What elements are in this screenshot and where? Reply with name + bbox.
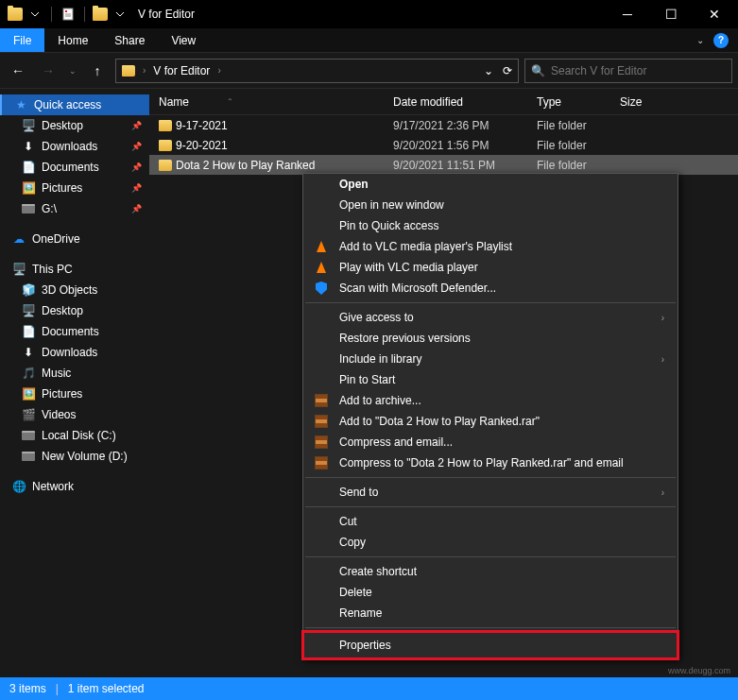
sidebar-item-desktop2[interactable]: 🖥️Desktop (0, 300, 149, 321)
sidebar-label: 3D Objects (42, 283, 97, 297)
maximize-button[interactable]: ☐ (649, 0, 693, 28)
sidebar-item-downloads2[interactable]: ⬇Downloads (0, 342, 149, 363)
file-name: Dota 2 How to Play Ranked (176, 159, 393, 172)
documents-icon: 📄 (21, 160, 36, 175)
column-name[interactable]: Name⌃ (159, 95, 393, 109)
menu-restore-versions[interactable]: Restore previous versions (303, 328, 678, 349)
pin-icon: 📌 (131, 142, 142, 151)
menu-add-archive[interactable]: Add to archive... (303, 390, 678, 411)
sidebar-item-documents2[interactable]: 📄Documents (0, 321, 149, 342)
menu-defender-scan[interactable]: Scan with Microsoft Defender... (303, 278, 678, 299)
sidebar-item-pictures[interactable]: 🖼️Pictures📌 (0, 178, 149, 198)
sidebar-item-onedrive[interactable]: ☁OneDrive (0, 229, 149, 249)
desktop-icon: 🖥️ (21, 303, 36, 318)
cloud-icon: ☁ (11, 231, 26, 247)
column-size[interactable]: Size (620, 95, 677, 109)
back-button[interactable]: ← (6, 59, 30, 83)
chevron-right-icon[interactable]: › (143, 65, 146, 76)
up-button[interactable]: ↑ (85, 59, 110, 83)
qat-dropdown[interactable] (26, 6, 43, 23)
refresh-icon[interactable]: ⟳ (503, 64, 512, 77)
file-row[interactable]: Dota 2 How to Play Ranked 9/20/2021 11:5… (149, 155, 738, 175)
status-item-count: 3 items (9, 682, 46, 695)
sidebar-item-documents[interactable]: 📄Documents📌 (0, 157, 149, 178)
file-row[interactable]: 9-17-2021 9/17/2021 2:36 PM File folder (149, 115, 738, 135)
column-date[interactable]: Date modified (393, 95, 537, 109)
chevron-right-icon[interactable]: › (217, 65, 220, 76)
sidebar-item-localdisk[interactable]: Local Disk (C:) (0, 425, 149, 446)
menu-delete[interactable]: Delete (303, 582, 678, 603)
context-menu: Open Open in new window Pin to Quick acc… (302, 173, 678, 659)
tab-home[interactable]: Home (44, 28, 101, 52)
qat-dropdown[interactable] (112, 6, 129, 23)
menu-pin-start[interactable]: Pin to Start (303, 369, 678, 390)
menu-send-to[interactable]: Send to› (303, 482, 678, 503)
rar-icon (313, 456, 330, 470)
vlc-icon (313, 262, 330, 273)
properties-qat-icon[interactable] (60, 6, 77, 23)
menu-vlc-play[interactable]: Play with VLC media player (303, 257, 678, 278)
window-controls: ─ ☐ ✕ (606, 0, 736, 28)
chevron-right-icon: › (661, 354, 664, 365)
menu-vlc-playlist[interactable]: Add to VLC media player's Playlist (303, 236, 678, 257)
menu-include-library[interactable]: Include in library› (303, 349, 678, 369)
sidebar-item-newvolume[interactable]: New Volume (D:) (0, 446, 149, 467)
chevron-right-icon: › (661, 487, 664, 498)
pin-icon: 📌 (131, 204, 142, 213)
address-dropdown-icon[interactable]: ⌄ (484, 64, 493, 77)
menu-open-new-window[interactable]: Open in new window (303, 195, 678, 215)
sidebar: ★Quick access 🖥️Desktop📌 ⬇Downloads📌 📄Do… (0, 89, 149, 677)
menu-pin-quick-access[interactable]: Pin to Quick access (303, 215, 678, 236)
menu-compress-email[interactable]: Compress and email... (303, 432, 678, 452)
menu-give-access[interactable]: Give access to› (303, 307, 678, 328)
menu-properties[interactable]: Properties (303, 632, 678, 658)
ribbon-chevron-icon[interactable]: ⌄ (696, 35, 704, 45)
sidebar-item-gdrive[interactable]: G:\📌 (0, 198, 149, 219)
breadcrumb-item[interactable]: V for Editor (153, 64, 210, 77)
separator: | (56, 682, 59, 695)
tab-view[interactable]: View (158, 28, 209, 52)
tab-file[interactable]: File (0, 28, 44, 52)
sidebar-item-downloads[interactable]: ⬇Downloads📌 (0, 136, 149, 157)
menu-open[interactable]: Open (303, 174, 678, 195)
sidebar-item-3dobjects[interactable]: 🧊3D Objects (0, 280, 149, 300)
sidebar-label: Downloads (42, 346, 97, 359)
shield-icon (313, 282, 330, 295)
menu-create-shortcut[interactable]: Create shortcut (303, 561, 678, 582)
address-bar[interactable]: › V for Editor › ⌄ ⟳ (115, 59, 519, 83)
star-icon: ★ (13, 97, 28, 112)
sidebar-item-videos[interactable]: 🎬Videos (0, 404, 149, 425)
separator (305, 506, 676, 507)
sidebar-item-quick-access[interactable]: ★Quick access (0, 94, 149, 115)
menu-rename[interactable]: Rename (303, 603, 678, 623)
close-button[interactable]: ✕ (693, 0, 736, 28)
sidebar-item-music[interactable]: 🎵Music (0, 363, 149, 384)
file-date: 9/20/2021 1:56 PM (393, 139, 537, 152)
column-type[interactable]: Type (537, 95, 620, 109)
file-name: 9-17-2021 (176, 119, 393, 132)
search-icon: 🔍 (531, 64, 545, 77)
menu-add-rar[interactable]: Add to "Dota 2 How to Play Ranked.rar" (303, 411, 678, 432)
statusbar: 3 items | 1 item selected (0, 677, 738, 700)
help-icon[interactable]: ? (713, 33, 729, 48)
file-row[interactable]: 9-20-2021 9/20/2021 1:56 PM File folder (149, 135, 738, 155)
sidebar-item-network[interactable]: 🌐Network (0, 476, 149, 497)
search-box[interactable]: 🔍 (524, 59, 732, 83)
separator (51, 7, 52, 22)
menu-cut[interactable]: Cut (303, 511, 678, 532)
chevron-right-icon: › (661, 313, 664, 323)
sidebar-item-pictures2[interactable]: 🖼️Pictures (0, 384, 149, 404)
tab-share[interactable]: Share (101, 28, 158, 52)
recent-dropdown[interactable]: ⌄ (66, 59, 79, 83)
forward-button[interactable]: → (36, 59, 60, 83)
menu-compress-rar-email[interactable]: Compress to "Dota 2 How to Play Ranked.r… (303, 452, 678, 473)
file-type: File folder (537, 159, 620, 172)
search-input[interactable] (551, 64, 726, 77)
sidebar-item-desktop[interactable]: 🖥️Desktop📌 (0, 115, 149, 136)
menu-copy[interactable]: Copy (303, 532, 678, 553)
sidebar-item-this-pc[interactable]: 🖥️This PC (0, 259, 149, 280)
sidebar-label: OneDrive (32, 232, 80, 246)
videos-icon: 🎬 (21, 407, 36, 422)
folder-icon (159, 160, 176, 171)
minimize-button[interactable]: ─ (606, 0, 649, 28)
